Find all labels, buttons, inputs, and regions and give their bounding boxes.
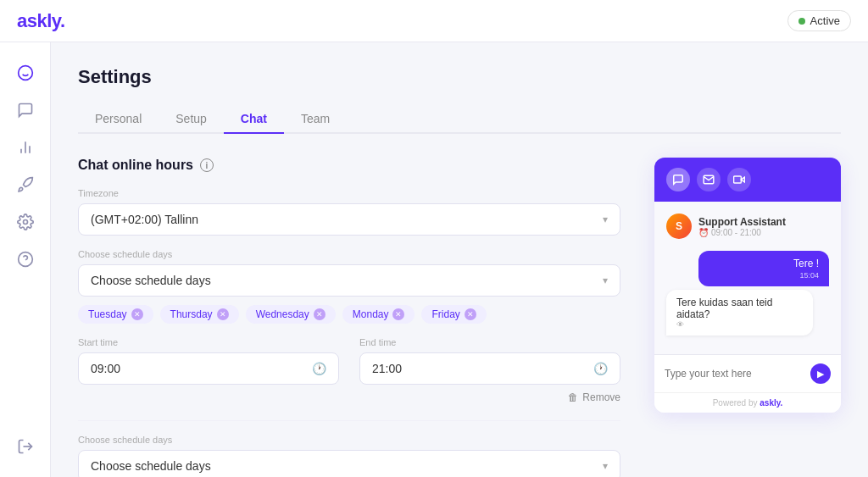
schedule1-group: Choose schedule days Choose schedule day…: [78, 249, 620, 324]
sidebar-icon-settings[interactable]: [10, 207, 41, 237]
trash-icon-1: 🗑: [568, 391, 578, 403]
start-time-input-1[interactable]: 09:00 🕐: [78, 352, 339, 385]
start-time-label-1: Start time: [78, 337, 339, 347]
schedule1-placeholder: Choose schedule days: [91, 274, 211, 287]
seen-indicator: 👁: [676, 320, 803, 329]
footer-brand: askly.: [760, 398, 782, 408]
agent-hours: ⏰ 09:00 - 21:00: [698, 228, 786, 237]
schedule2-select[interactable]: Choose schedule days ▾: [78, 450, 620, 477]
chat-footer: Powered by askly.: [654, 392, 841, 413]
tag-monday-remove[interactable]: ✕: [392, 308, 404, 320]
section-title: Chat online hours i: [78, 158, 620, 173]
agent-info: S Support Assistant ⏰ 09:00 - 21:00: [666, 214, 829, 239]
agent-bubble: Tere kuidas saan teid aidata? 👁: [666, 290, 813, 336]
tag-monday: Monday ✕: [342, 305, 415, 324]
chat-header: [654, 158, 841, 202]
timezone-value: (GMT+02:00) Tallinn: [91, 213, 198, 226]
sidebar-icon-rocket[interactable]: [10, 169, 41, 200]
time-row-1: Start time 09:00 🕐 End time 21:00 🕐: [78, 337, 620, 385]
sidebar-icon-analytics[interactable]: [10, 132, 41, 163]
tag-wednesday: Wednesday ✕: [246, 305, 336, 324]
sidebar-icon-help[interactable]: [10, 244, 41, 275]
sidebar-icon-chat[interactable]: [10, 58, 41, 88]
timezone-group: Timezone (GMT+02:00) Tallinn ▾: [78, 188, 620, 236]
timezone-arrow-icon: ▾: [603, 214, 608, 225]
avatar: S: [666, 214, 692, 239]
video-tab-icon[interactable]: [727, 168, 751, 191]
tab-setup[interactable]: Setup: [159, 105, 224, 134]
schedule1-label: Choose schedule days: [78, 249, 620, 259]
page-title: Settings: [78, 66, 841, 88]
user-bubble: Tere ! 15:04: [698, 251, 829, 286]
remove-button-1[interactable]: 🗑 Remove: [78, 391, 620, 403]
status-badge[interactable]: Active: [787, 10, 851, 31]
tab-personal[interactable]: Personal: [78, 105, 159, 134]
end-time-field-1: End time 21:00 🕐: [359, 337, 620, 385]
email-tab-icon[interactable]: [697, 168, 721, 191]
schedule2-arrow-icon: ▾: [603, 460, 608, 472]
chat-header-icons: [666, 168, 751, 191]
chat-body: S Support Assistant ⏰ 09:00 - 21:00 Tere…: [654, 202, 841, 354]
end-clock-icon-1: 🕐: [593, 362, 608, 375]
chat-input-area: ▶: [654, 354, 841, 392]
tag-friday: Friday ✕: [421, 305, 486, 324]
settings-panel: Chat online hours i Timezone (GMT+02:00)…: [78, 158, 620, 477]
end-time-input-1[interactable]: 21:00 🕐: [359, 352, 620, 385]
schedule2-placeholder: Choose schedule days: [91, 459, 211, 473]
topbar: askly. Active: [0, 0, 868, 42]
schedule2-group: Choose schedule days Choose schedule day…: [78, 435, 620, 477]
svg-rect-11: [734, 176, 742, 183]
svg-point-6: [23, 220, 27, 225]
schedule2-label: Choose schedule days: [78, 435, 620, 445]
info-icon[interactable]: i: [200, 158, 214, 172]
logo: askly.: [17, 10, 65, 32]
tag-thursday-remove[interactable]: ✕: [217, 308, 229, 320]
send-button[interactable]: ▶: [810, 363, 831, 384]
tab-chat[interactable]: Chat: [224, 105, 284, 134]
sidebar-icon-messages[interactable]: [10, 95, 41, 125]
chat-preview-widget: S Support Assistant ⏰ 09:00 - 21:00 Tere…: [654, 158, 841, 413]
tab-team[interactable]: Team: [284, 105, 347, 134]
tabs-bar: Personal Setup Chat Team: [78, 105, 841, 134]
schedule1-select[interactable]: Choose schedule days ▾: [78, 264, 620, 297]
timezone-select[interactable]: (GMT+02:00) Tallinn ▾: [78, 203, 620, 236]
sidebar: [0, 42, 51, 477]
start-clock-icon-1: 🕐: [312, 362, 326, 375]
schedule1-arrow-icon: ▾: [603, 275, 608, 286]
schedule1-tags: Tuesday ✕ Thursday ✕ Wednesday ✕ Monday …: [78, 305, 620, 324]
tag-friday-remove[interactable]: ✕: [465, 308, 476, 320]
tag-thursday: Thursday ✕: [160, 305, 239, 324]
tag-wednesday-remove[interactable]: ✕: [314, 308, 326, 320]
tag-tuesday-remove[interactable]: ✕: [131, 308, 143, 320]
chat-tab-icon[interactable]: [666, 168, 690, 191]
agent-name: Support Assistant: [698, 216, 786, 228]
start-time-field-1: Start time 09:00 🕐: [78, 337, 339, 385]
status-label: Active: [810, 14, 840, 27]
content-wrap: Chat online hours i Timezone (GMT+02:00)…: [78, 158, 841, 477]
chat-text-input[interactable]: [665, 368, 804, 380]
sidebar-icon-logout[interactable]: [10, 431, 41, 462]
status-dot: [798, 18, 805, 25]
end-time-label-1: End time: [359, 337, 620, 347]
schedule2-section: Choose schedule days Choose schedule day…: [78, 420, 620, 477]
main-content: Settings Personal Setup Chat Team Chat o…: [51, 42, 868, 477]
svg-point-0: [18, 66, 32, 80]
tag-tuesday: Tuesday ✕: [78, 305, 153, 324]
timezone-label: Timezone: [78, 188, 620, 198]
bubble-time: 15:04: [709, 271, 819, 280]
